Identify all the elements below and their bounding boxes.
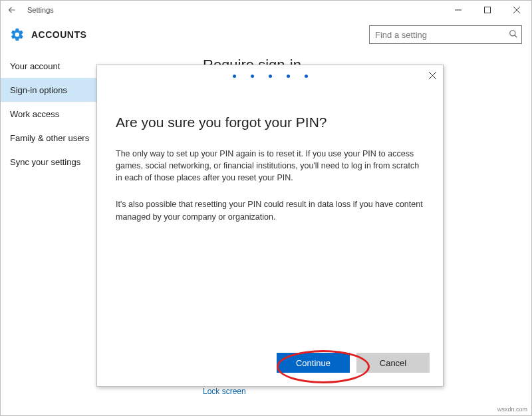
forgot-pin-dialog: Are you sure you forgot your PIN? The on…: [96, 65, 444, 387]
arrow-left-icon: [7, 5, 17, 15]
dialog-paragraph: The only way to set up your PIN again is…: [116, 148, 424, 184]
dot-icon: [251, 75, 254, 78]
sidebar-item-label: Sync your settings: [10, 157, 80, 167]
continue-button[interactable]: Continue: [277, 353, 350, 373]
svg-line-5: [515, 35, 517, 38]
dialog-title: Are you sure you forgot your PIN?: [116, 114, 424, 130]
maximize-button[interactable]: [473, 1, 502, 19]
titlebar: Settings: [1, 1, 531, 19]
dialog-paragraph: It's also possible that resetting your P…: [116, 198, 424, 222]
close-button[interactable]: [502, 1, 531, 19]
settings-window: Settings ACCOUNTS Your account Sign-in o…: [0, 0, 532, 416]
dot-icon: [287, 75, 290, 78]
close-icon: [429, 72, 436, 79]
sidebar-item-label: Your account: [10, 61, 60, 71]
search-icon: [509, 29, 518, 39]
progress-dots: [97, 75, 443, 78]
sidebar-item-label: Work access: [10, 109, 59, 119]
search-wrap: [369, 25, 522, 44]
minimize-button[interactable]: [444, 1, 473, 19]
page-title: ACCOUNTS: [31, 29, 86, 40]
dialog-buttons: Continue Cancel: [277, 353, 430, 373]
minimize-icon: [455, 7, 462, 13]
header: ACCOUNTS: [1, 19, 531, 50]
lock-screen-link[interactable]: Lock screen: [203, 387, 511, 396]
svg-point-4: [510, 31, 515, 36]
watermark: wsxdn.com: [497, 406, 527, 413]
dot-icon: [269, 75, 272, 78]
maximize-icon: [484, 7, 491, 13]
sidebar-item-label: Sign-in options: [10, 85, 67, 95]
dialog-close-button[interactable]: [429, 71, 436, 81]
window-title: Settings: [23, 6, 54, 14]
search-input[interactable]: [369, 25, 522, 44]
gear-icon: [10, 27, 25, 42]
back-button[interactable]: [1, 1, 23, 19]
dot-icon: [305, 75, 308, 78]
dialog-body: Are you sure you forgot your PIN? The on…: [97, 65, 443, 223]
window-controls: [444, 1, 531, 19]
cancel-button[interactable]: Cancel: [356, 353, 430, 373]
dot-icon: [233, 75, 236, 78]
svg-rect-1: [485, 7, 491, 13]
sidebar-item-label: Family & other users: [10, 133, 89, 143]
close-icon: [513, 7, 520, 13]
